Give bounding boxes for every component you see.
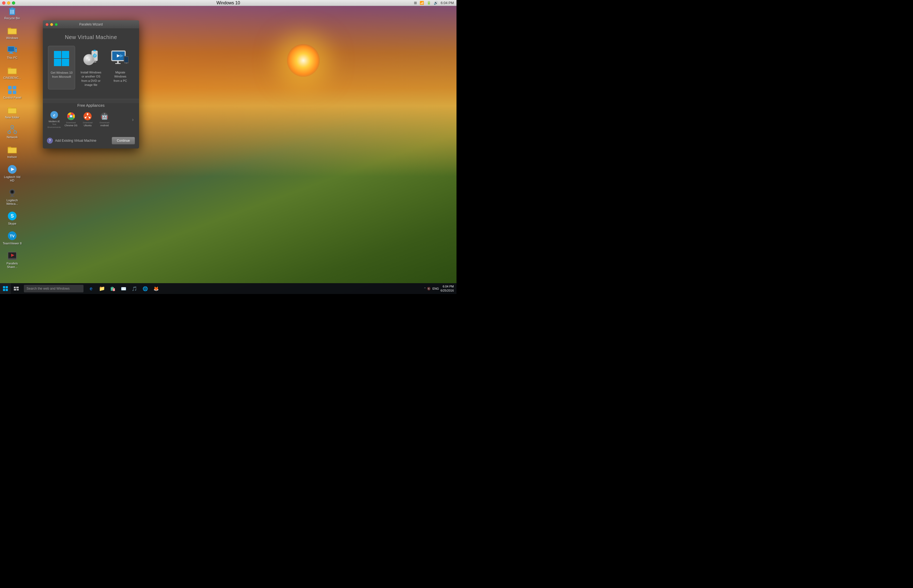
svg-rect-16	[8, 86, 12, 89]
desktop-icons: Recycle Bin Windows	[2, 4, 23, 270]
appliances-next-arrow[interactable]: ›	[131, 115, 135, 124]
svg-point-70	[85, 117, 86, 118]
mac-window-controls[interactable]	[2, 2, 15, 5]
windows-logo-icon	[52, 48, 72, 69]
desktop-icon-network[interactable]: Network	[2, 123, 23, 140]
add-existing-vm-group[interactable]: ? Add Existing Virtual Machine	[47, 138, 97, 144]
svg-rect-81	[16, 287, 19, 288]
svg-point-52	[87, 58, 90, 61]
mac-minimize-button[interactable]	[7, 2, 10, 5]
svg-point-33	[11, 191, 13, 193]
taskbar-file-explorer-icon[interactable]: 📁	[97, 283, 107, 294]
desktop-icon-control-panel[interactable]: Control Panel	[2, 84, 23, 100]
svg-rect-21	[8, 108, 16, 113]
wizard-maximize-button[interactable]	[55, 23, 58, 26]
taskbar-chrome-icon[interactable]: 🌐	[140, 283, 151, 294]
svg-point-69	[89, 117, 91, 118]
taskbar-store-icon[interactable]: 🛍️	[107, 283, 118, 294]
svg-point-24	[14, 131, 16, 134]
appliance-item-modern-ie[interactable]: e Modern.IE Test Environments	[47, 111, 62, 129]
wizard-footer: ? Add Existing Virtual Machine Continue	[43, 137, 139, 149]
svg-rect-46	[62, 59, 69, 66]
svg-rect-15	[8, 69, 16, 74]
desktop-icon-teamviewer[interactable]: TV TeamViewer 8	[2, 229, 23, 246]
this-pc-label: This PC	[7, 56, 17, 60]
mac-titlebar: Windows 10 ⊞ 📶 🔋 🔊 6:04 PM	[0, 0, 456, 6]
skype-label: Skype	[8, 222, 16, 225]
ubuntu-icon	[84, 112, 92, 120]
svg-rect-45	[54, 59, 61, 66]
svg-rect-49	[94, 50, 96, 51]
this-pc-icon	[7, 45, 18, 55]
parallels-share-label: Parallels Share...	[2, 262, 22, 269]
continue-button[interactable]: Continue	[112, 137, 135, 144]
desktop-icon-logitech-webcam[interactable]: Logitech Webca...	[2, 186, 23, 207]
taskbar: e 📁 🛍️ ✉️ 🎵 🌐 🦊 ⌃ 🔇 ENG 6:04 PM 6/25/201…	[0, 283, 456, 294]
desktop-icon-windows[interactable]: Windows	[2, 24, 23, 41]
mac-maximize-button[interactable]	[12, 2, 15, 5]
windows-folder-icon	[7, 25, 18, 36]
taskbar-edge-icon[interactable]: e	[86, 283, 97, 294]
get-windows-label: Get Windows 10 from Microsoft	[51, 71, 73, 79]
svg-rect-17	[13, 86, 16, 89]
task-view-button[interactable]	[11, 283, 22, 294]
logitech-vid-icon	[7, 164, 18, 175]
wizard-option-migrate-pc[interactable]: Migrate Windows from a PC	[107, 46, 134, 89]
wizard-close-button[interactable]	[45, 23, 49, 26]
desktop-icon-skype[interactable]: S Skype	[2, 210, 23, 226]
svg-text:TV: TV	[10, 234, 15, 238]
taskbar-mail-icon[interactable]: ✉️	[118, 283, 129, 294]
recycle-bin-icon	[7, 5, 18, 16]
appliance-item-ubuntu[interactable]: Download Ubuntu	[81, 112, 95, 128]
taskbar-media-icon[interactable]: 🎵	[129, 283, 140, 294]
svg-line-25	[9, 128, 12, 131]
wizard-window-controls[interactable]	[45, 23, 58, 26]
desktop-icon-logitech-vid[interactable]: Logitech Vid HD	[2, 163, 23, 183]
svg-rect-34	[11, 195, 13, 196]
taskbar-firefox-icon[interactable]: 🦊	[151, 283, 162, 294]
mac-monitor-icon	[110, 48, 130, 68]
migrate-pc-label: Migrate Windows from a PC	[109, 71, 132, 83]
cinebench-icon	[7, 65, 18, 76]
svg-rect-2	[11, 8, 13, 9]
desktop-icon-parallels-share[interactable]: Parallels Share...	[2, 249, 23, 270]
sun	[287, 44, 320, 77]
appliance-item-android[interactable]: 🤖 Download Android	[97, 112, 112, 128]
desktop-icon-new-folder[interactable]: New folder	[2, 103, 23, 120]
skype-icon: S	[7, 210, 18, 221]
logitech-webcam-icon	[7, 187, 18, 198]
mac-battery-icon: 🔋	[427, 1, 431, 5]
svg-rect-82	[14, 289, 16, 291]
svg-text:S: S	[11, 213, 14, 219]
appliance-item-apple[interactable]	[114, 115, 128, 124]
taskbar-search-input[interactable]	[24, 285, 84, 292]
desktop-icon-this-pc[interactable]: This PC	[2, 44, 23, 61]
desktop-icon-cinebench[interactable]: CINEBENC...	[2, 64, 23, 81]
svg-rect-28	[8, 148, 16, 153]
svg-point-66	[70, 115, 72, 117]
teamviewer-icon: TV	[7, 230, 18, 241]
parallels-share-icon	[7, 250, 18, 261]
wizard-minimize-button[interactable]	[50, 23, 53, 26]
wizard-option-get-windows[interactable]: Get Windows 10 from Microsoft	[48, 46, 75, 89]
svg-rect-11	[9, 53, 13, 54]
control-panel-icon	[7, 84, 18, 95]
modern-ie-label: Modern.IE Test Environments	[47, 120, 62, 129]
svg-point-68	[87, 113, 88, 115]
svg-rect-76	[3, 286, 5, 288]
mac-close-button[interactable]	[2, 2, 5, 5]
desktop-icon-recycle-bin[interactable]: Recycle Bin	[2, 4, 23, 21]
new-folder-label: New folder	[5, 116, 19, 119]
mac-time: 6:04 PM	[441, 1, 454, 5]
svg-rect-18	[8, 90, 12, 94]
appliance-item-chrome-os[interactable]: Download Chrome OS	[64, 112, 78, 128]
svg-rect-7	[8, 29, 16, 34]
wizard-title: Parallels Wizard	[79, 23, 103, 26]
start-button[interactable]	[0, 283, 11, 294]
mac-volume-icon: 🔊	[434, 1, 438, 5]
svg-rect-44	[62, 51, 69, 58]
svg-rect-58	[115, 63, 121, 64]
wizard-option-install-dvd[interactable]: ⏻	[77, 46, 104, 89]
desktop-icon-tnelson[interactable]: tnelson	[2, 143, 23, 160]
svg-rect-60	[125, 57, 128, 62]
